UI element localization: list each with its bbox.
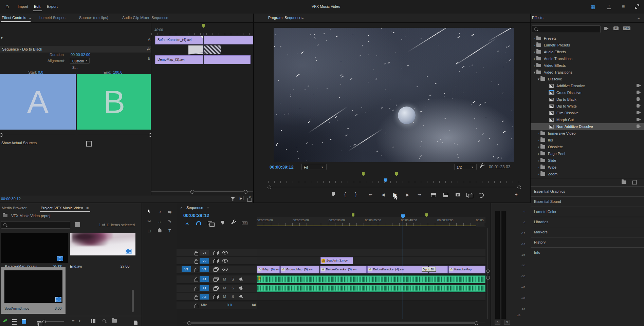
lock-icon[interactable] [195,251,198,256]
collapsed-panel-tab[interactable]: Essential Sound [531,196,644,207]
linked-selection-icon[interactable] [208,221,212,226]
program-marker-icon[interactable] [395,172,398,176]
timeline-clip[interactable]: fx KaraokeMap_ [448,266,485,273]
effects-tree-item[interactable]: › Lumetri Presets [531,42,644,49]
go-to-in-button[interactable]: ⇤ [369,192,372,197]
track-chip-v3[interactable]: V3 [200,250,209,255]
effects-tree-item[interactable]: › Zoom [531,171,644,177]
effect-disclosure-icon[interactable]: ▸ [1,36,3,39]
mini-scrollbar-handle[interactable] [192,191,245,192]
collapsed-panel-tab[interactable]: Markers [531,227,644,237]
lock-icon[interactable] [195,286,198,292]
selection-tool[interactable] [146,209,153,215]
multi-camera-button[interactable] [479,193,484,199]
find-icon[interactable] [103,319,106,323]
type-tool[interactable]: T [166,228,173,234]
program-panel-menu-icon[interactable]: ≡ [301,16,303,20]
mini-ruler-ticks[interactable] [151,33,253,35]
disclosure-icon[interactable]: › [533,49,536,55]
tab-project[interactable]: Project: VFX Music Video [41,206,83,210]
playhead-line[interactable] [403,217,403,319]
effects-tree-item[interactable]: Film Dissolve [531,110,644,116]
sort-icon[interactable]: ≡ [72,319,75,324]
timeline-hscroll-handle[interactable] [190,322,476,324]
timeline-clip[interactable]: fx GroundMap_(5).avi [280,266,319,273]
timeline-vscroll-track[interactable] [487,228,488,319]
track-chip-v1[interactable]: V1 [200,266,209,272]
thumbnail-view-icon[interactable] [22,319,26,324]
work-area-bar[interactable] [257,226,476,226]
32bit-filter-icon[interactable]: 32 [613,26,619,30]
lock-icon[interactable] [195,277,198,283]
timeline-clip[interactable]: fx tMap_(6).avi [257,266,280,273]
voiceover-mic-icon[interactable] [240,286,242,290]
solo-button[interactable]: S [232,277,234,281]
program-scrollbar-right-dot[interactable] [517,186,521,189]
mini-scrollbar-right-dot[interactable] [244,190,247,194]
new-bin-icon[interactable] [112,319,117,323]
step-forward-button[interactable]: ▶ [406,192,409,197]
show-actual-sources-checkbox[interactable] [86,141,92,147]
effects-tree-item[interactable]: › Iris [531,137,644,143]
freeform-view-icon[interactable] [37,321,41,325]
mini-clip-a[interactable]: BeforeKaraoke_(4).avi [155,36,253,44]
project-item-thumbnail[interactable] [1,233,68,263]
effects-tree-item[interactable]: Dip to White [531,103,644,110]
collapsed-panel-tab[interactable]: Essential Graphics [531,186,644,196]
start-slider-track[interactable] [2,135,75,135]
yuv-filter-icon[interactable]: YUV [623,26,630,30]
tab-effect-controls[interactable]: Effect Controls [2,16,26,20]
lane-v2[interactable] [257,257,485,265]
ripple-edit-tool[interactable]: ⇆ [166,209,173,215]
track-targeting-icon[interactable] [213,251,219,255]
track-chip-a2[interactable]: A2 [200,285,209,291]
menu-edit[interactable]: Edit [34,4,40,8]
disclosure-icon[interactable]: › [533,35,536,42]
home-icon[interactable]: ⌂ [5,3,9,10]
mix-value[interactable]: 0.0 [227,303,232,307]
track-select-tool[interactable]: ⇥ [156,209,163,215]
effects-tree-item[interactable]: Dip to Black [531,96,644,103]
effects-search-input[interactable] [532,25,601,33]
collapsed-panel-tab[interactable]: Libraries [531,217,644,227]
sort-chevron-icon[interactable]: ▾ [79,319,80,323]
effects-tree-item[interactable]: › Page Peel [531,150,644,157]
effects-tree-item[interactable]: ▾ Dissolve [531,76,644,82]
nest-toggle-icon[interactable]: ∗ [185,220,189,227]
effects-tree-item[interactable]: › Immersive Video [531,130,644,137]
lift-button[interactable] [431,193,436,198]
captions-icon[interactable]: CC [242,221,247,225]
pen-tool[interactable]: ✎ [166,218,173,225]
disclosure-icon[interactable]: › [533,55,536,62]
disclosure-icon[interactable]: › [533,62,536,69]
track-targeting-icon[interactable] [213,277,219,281]
snap-magnet-icon[interactable] [196,221,201,226]
project-panel-menu-icon[interactable]: ≡ [86,206,89,211]
filter-effects-icon[interactable] [231,197,235,201]
play-transition-icon[interactable]: ▶ [240,196,243,200]
disclosure-icon[interactable]: › [537,164,540,171]
quick-export-icon[interactable]: ↑ [607,3,611,9]
breadcrumb[interactable]: VFX Music Video.prproj [11,214,50,218]
search-bin-icon[interactable] [75,222,80,227]
ec-export-icon[interactable] [247,198,252,202]
disclosure-icon[interactable]: › [537,137,540,143]
fit-dropdown[interactable]: Fit ▾ [301,164,327,170]
effects-tree-item[interactable]: Cross Dissolve [531,89,644,96]
timeline-clip[interactable]: fx SoulAnim3.mov [320,257,353,264]
disclosure-icon[interactable]: › [537,150,540,157]
effects-panel-menu-icon[interactable]: ≡ [638,16,640,20]
close-sequence-tab-icon[interactable]: × [180,206,182,210]
thumbnail-size-slider[interactable] [43,321,64,322]
voiceover-mic-icon[interactable] [240,277,242,281]
rectangle-tool[interactable]: □ [146,228,153,234]
solo-left-button[interactable]: S [495,320,500,325]
solo-button[interactable]: S [232,286,234,290]
toggle-track-output-eye-icon[interactable] [222,251,228,255]
project-scrollbar[interactable] [132,290,134,312]
mini-playhead-marker-icon[interactable] [202,24,205,28]
lock-icon[interactable] [195,259,198,264]
duration-value[interactable]: 00:00:02:00 [71,53,90,57]
delete-effect-icon[interactable] [632,180,637,185]
audio-clip-a2[interactable] [257,285,485,292]
